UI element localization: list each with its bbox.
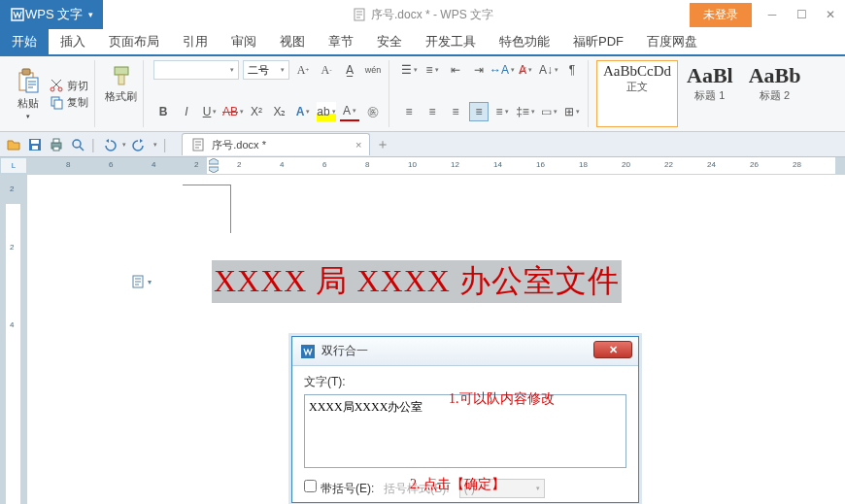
- dialog-body: 文字(T):: [292, 366, 638, 475]
- svg-point-5: [51, 87, 54, 91]
- window-title: 序号.docx * - WPS 文字: [352, 7, 493, 23]
- style-item-1[interactable]: AaBl标题 1: [680, 60, 740, 127]
- annotation-1: 1.可以队内容修改: [449, 390, 555, 408]
- svg-rect-0: [12, 9, 23, 20]
- document-selected-text[interactable]: XXXX 局 XXXX 办公室文件: [212, 260, 622, 303]
- hruler[interactable]: 8642246810121416182022242628: [27, 157, 845, 174]
- bullets-button[interactable]: ☰: [399, 60, 419, 80]
- scissors-icon: [49, 78, 64, 93]
- bold-button[interactable]: B: [153, 102, 173, 121]
- font-name-select[interactable]: ▾: [153, 60, 239, 80]
- svg-rect-10: [118, 75, 124, 84]
- minimize-button[interactable]: ─: [758, 2, 787, 27]
- print-icon[interactable]: [49, 137, 64, 152]
- font-size-select[interactable]: 二号▾: [243, 60, 289, 80]
- style-item-0[interactable]: AaBbCcDd正文: [596, 60, 678, 127]
- sort-button[interactable]: A↓: [539, 60, 558, 80]
- paste-icon: [16, 67, 41, 94]
- quick-access-toolbar: | ▾ ▾ | 序号.docx * × ＋: [0, 132, 845, 157]
- indent-marker-icon[interactable]: [209, 158, 219, 173]
- ribbon-tab-10[interactable]: 福昕PDF: [561, 28, 635, 54]
- justify-button[interactable]: ≡: [469, 102, 489, 121]
- brush-icon: [109, 64, 134, 89]
- borders-button[interactable]: ⊞: [562, 102, 582, 121]
- ribbon-tab-1[interactable]: 插入: [49, 28, 97, 54]
- grow-font-button[interactable]: A+: [293, 60, 313, 80]
- ribbon-tab-6[interactable]: 章节: [317, 28, 365, 54]
- doc-icon: [190, 137, 206, 152]
- decrease-indent-button[interactable]: ⇤: [446, 60, 465, 80]
- align-right-button[interactable]: ≡: [446, 102, 465, 121]
- paragraph-widget[interactable]: ▾: [130, 274, 152, 289]
- align-left-button[interactable]: ≡: [399, 102, 419, 121]
- distribute-button[interactable]: ≡: [492, 102, 512, 121]
- change-case-button[interactable]: A̲: [340, 60, 359, 80]
- wps-icon: [300, 344, 316, 359]
- ribbon-tab-8[interactable]: 开发工具: [414, 28, 488, 54]
- copy-button[interactable]: 复制: [49, 94, 88, 110]
- preview-icon[interactable]: [70, 137, 85, 152]
- underline-button[interactable]: U: [200, 102, 220, 121]
- ruler-vertical[interactable]: 224: [0, 175, 27, 504]
- document-tab[interactable]: 序号.docx * ×: [182, 133, 370, 155]
- ribbon-tab-3[interactable]: 引用: [171, 28, 220, 54]
- ruler-horizontal: L 8642246810121416182022242628: [0, 157, 845, 175]
- login-button[interactable]: 未登录: [690, 3, 752, 27]
- char-scale-button[interactable]: ↔A: [492, 60, 512, 80]
- align-center-button[interactable]: ≡: [422, 102, 442, 121]
- strikethrough-button[interactable]: AB: [223, 102, 243, 121]
- subscript-button[interactable]: X₂: [270, 102, 289, 121]
- new-tab-button[interactable]: ＋: [376, 136, 389, 153]
- cut-button[interactable]: 剪切: [49, 78, 88, 93]
- ribbon-tab-2[interactable]: 页面布局: [97, 28, 171, 54]
- format-painter-button[interactable]: 格式刷: [105, 60, 137, 104]
- paste-button[interactable]: 粘贴▾: [12, 65, 45, 122]
- undo-button[interactable]: [101, 137, 117, 152]
- clear-format-button[interactable]: A̷: [516, 60, 535, 80]
- increase-indent-button[interactable]: ⇥: [469, 60, 489, 80]
- ribbon-tab-4[interactable]: 审阅: [220, 28, 268, 54]
- style-gallery: AaBbCcDd正文AaBl标题 1AaBb标题 2: [596, 60, 807, 127]
- save-icon[interactable]: [27, 137, 43, 152]
- redo-button[interactable]: [132, 137, 148, 152]
- show-marks-button[interactable]: ¶: [562, 60, 582, 80]
- font-color-button[interactable]: A: [340, 102, 359, 121]
- ribbon-tab-5[interactable]: 视图: [268, 28, 317, 54]
- svg-point-6: [58, 87, 62, 91]
- doc-icon: [130, 274, 146, 289]
- svg-point-17: [73, 140, 81, 148]
- annotation-2: 2. 点击【确定】: [410, 476, 505, 493]
- ribbon-tab-11[interactable]: 百度网盘: [635, 28, 709, 54]
- shrink-font-button[interactable]: A-: [317, 60, 336, 80]
- enclose-char-button[interactable]: ㊩: [363, 102, 383, 121]
- tab-close-button[interactable]: ×: [355, 139, 361, 151]
- superscript-button[interactable]: X²: [247, 102, 266, 121]
- shading-button[interactable]: ▭: [539, 102, 558, 121]
- ruler-corner[interactable]: L: [0, 157, 27, 174]
- svg-rect-13: [32, 146, 38, 150]
- app-menu[interactable]: WPS 文字 ▾: [0, 0, 103, 29]
- numbering-button[interactable]: ≡: [422, 60, 442, 80]
- svg-rect-8: [54, 100, 62, 109]
- italic-button[interactable]: I: [177, 102, 196, 121]
- text-effect-button[interactable]: A: [293, 102, 313, 121]
- line-spacing-button[interactable]: ‡≡: [516, 102, 535, 121]
- maximize-button[interactable]: ☐: [787, 2, 816, 27]
- style-item-2[interactable]: AaBb标题 2: [742, 60, 808, 127]
- brackets-checkbox[interactable]: 带括号(E):: [304, 480, 374, 497]
- ribbon-tab-9[interactable]: 特色功能: [488, 28, 561, 54]
- ribbon-tab-7[interactable]: 安全: [365, 28, 414, 54]
- dialog-close-button[interactable]: ✕: [593, 341, 632, 358]
- svg-rect-15: [53, 139, 59, 143]
- close-button[interactable]: ✕: [816, 2, 845, 27]
- phonetic-guide-button[interactable]: wén: [363, 60, 383, 80]
- ribbon-tabs: 开始插入页面布局引用审阅视图章节安全开发工具特色功能福昕PDF百度网盘: [0, 29, 845, 56]
- wps-icon: [10, 7, 25, 22]
- copy-icon: [49, 94, 64, 110]
- ribbon-tab-0[interactable]: 开始: [0, 28, 49, 54]
- svg-rect-20: [301, 345, 315, 358]
- highlight-button[interactable]: ab: [317, 102, 336, 121]
- open-icon[interactable]: [6, 137, 21, 152]
- svg-rect-16: [53, 147, 59, 151]
- dialog-title-bar[interactable]: 双行合一 ✕: [292, 337, 638, 366]
